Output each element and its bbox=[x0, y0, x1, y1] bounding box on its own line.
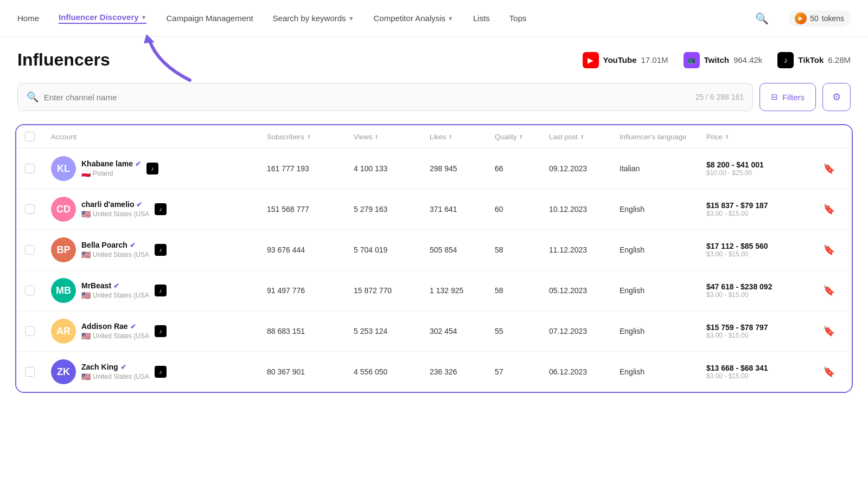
influencer-name-3: MrBeast bbox=[81, 281, 111, 290]
twitch-platform-badge[interactable]: 📺 Twitch 964.42k bbox=[684, 52, 763, 68]
views-5: 4 556 050 bbox=[354, 367, 430, 376]
tiktok-count: 6.28M bbox=[828, 55, 851, 64]
views-2: 5 704 019 bbox=[354, 246, 430, 254]
row-checkbox-0[interactable] bbox=[25, 164, 51, 173]
tokens-count: 50 bbox=[810, 14, 819, 23]
language-3: English bbox=[620, 286, 706, 295]
verified-icon-0: ✔ bbox=[135, 160, 141, 168]
select-all-checkbox[interactable] bbox=[25, 132, 51, 141]
likes-3: 1 132 925 bbox=[430, 286, 495, 295]
search-bar: 🔍 25 / 6 288 161 bbox=[17, 83, 753, 111]
search-bar-icon: 🔍 bbox=[27, 91, 39, 103]
flag-0: 🇵🇱 bbox=[81, 169, 91, 178]
influencer-cell-5: ZK Zach King ✔ 🇺🇸 United States (USA ♪ bbox=[51, 359, 267, 384]
flag-4: 🇺🇸 bbox=[81, 332, 91, 340]
verified-icon-1: ✔ bbox=[136, 201, 142, 209]
influencers-table: Account Subscribers ⬆ Views ⬆ Likes ⬆ Qu… bbox=[15, 124, 853, 393]
column-settings-button[interactable]: ⚙ bbox=[822, 83, 851, 111]
avatar-2: BP bbox=[51, 237, 76, 262]
col-language: Influencer's language bbox=[620, 133, 706, 141]
bookmark-0[interactable]: 🔖 bbox=[815, 163, 843, 175]
tiktok-platform-badge[interactable]: ♪ TikTok 6.28M bbox=[777, 52, 851, 68]
tokens-icon: ▶ bbox=[795, 12, 807, 24]
country-1: United States (USA bbox=[93, 210, 149, 218]
bookmark-4[interactable]: 🔖 bbox=[815, 325, 843, 337]
twitch-icon: 📺 bbox=[684, 52, 700, 68]
twitch-label: Twitch bbox=[704, 55, 729, 64]
nav-competitor-analysis[interactable]: Competitor Analysis ▼ bbox=[374, 14, 454, 23]
flag-2: 🇺🇸 bbox=[81, 250, 91, 259]
table-body: KL Khabane lame ✔ 🇵🇱 Poland ♪ 161 777 19… bbox=[16, 148, 852, 392]
competitor-analysis-dropdown-arrow: ▼ bbox=[448, 15, 454, 22]
row-checkbox-5[interactable] bbox=[25, 367, 51, 377]
youtube-icon: ▶ bbox=[583, 52, 599, 68]
platform-icon-0: ♪ bbox=[146, 163, 158, 175]
language-5: English bbox=[620, 367, 706, 376]
avatar-4: AR bbox=[51, 319, 76, 344]
influencer-name-0: Khabane lame bbox=[81, 159, 133, 168]
row-checkbox-3[interactable] bbox=[25, 286, 51, 295]
views-sort-icon: ⬆ bbox=[374, 134, 379, 140]
nav-search-by-keywords[interactable]: Search by keywords ▼ bbox=[273, 14, 354, 23]
nav-campaign-management[interactable]: Campaign Management bbox=[166, 14, 253, 23]
platform-icon-4: ♪ bbox=[155, 325, 167, 337]
likes-sort-icon: ⬆ bbox=[448, 134, 452, 140]
col-likes[interactable]: Likes ⬆ bbox=[430, 133, 495, 141]
search-by-keywords-dropdown-arrow: ▼ bbox=[348, 15, 354, 22]
bookmark-2[interactable]: 🔖 bbox=[815, 244, 843, 256]
price-3: $47 618 - $238 092 $3.00 - $15.00 bbox=[706, 282, 815, 299]
youtube-count: 17.01M bbox=[641, 55, 668, 64]
last-post-sort-icon: ⬆ bbox=[580, 134, 584, 140]
flag-1: 🇺🇸 bbox=[81, 210, 91, 218]
global-search-icon[interactable]: 🔍 bbox=[755, 12, 769, 25]
col-price[interactable]: Price ⬆ bbox=[706, 133, 815, 141]
col-account: Account bbox=[51, 133, 267, 141]
bookmark-3[interactable]: 🔖 bbox=[815, 285, 843, 296]
quality-5: 57 bbox=[495, 367, 549, 376]
nav-home[interactable]: Home bbox=[17, 14, 39, 23]
influencer-cell-3: MB MrBeast ✔ 🇺🇸 United States (USA ♪ bbox=[51, 278, 267, 303]
row-checkbox-2[interactable] bbox=[25, 245, 51, 255]
likes-1: 371 641 bbox=[430, 205, 495, 214]
filters-label: Filters bbox=[782, 93, 805, 102]
col-subscribers[interactable]: Subscribers ⬆ bbox=[267, 133, 354, 141]
tokens-badge: ▶ 50 tokens bbox=[788, 10, 851, 27]
price-0: $8 200 - $41 001 $10.00 - $25.00 bbox=[706, 160, 815, 177]
nav-lists[interactable]: Lists bbox=[473, 14, 490, 23]
quality-3: 58 bbox=[495, 286, 549, 295]
nav-influencer-discovery[interactable]: Influencer Discovery ▼ bbox=[59, 12, 146, 24]
col-quality[interactable]: Quality ⬆ bbox=[495, 133, 549, 141]
country-3: United States (USA bbox=[93, 292, 149, 299]
col-views[interactable]: Views ⬆ bbox=[354, 133, 430, 141]
bookmark-1[interactable]: 🔖 bbox=[815, 203, 843, 215]
youtube-platform-badge[interactable]: ▶ YouTube 17.01M bbox=[583, 52, 668, 68]
filters-button[interactable]: ⊟ Filters bbox=[760, 83, 816, 111]
influencer-cell-2: BP Bella Poarch ✔ 🇺🇸 United States (USA … bbox=[51, 237, 267, 262]
bookmark-5[interactable]: 🔖 bbox=[815, 366, 843, 378]
country-0: Poland bbox=[93, 170, 113, 177]
last-post-5: 06.12.2023 bbox=[549, 367, 620, 376]
language-1: English bbox=[620, 205, 706, 214]
platform-icon-5: ♪ bbox=[155, 366, 167, 378]
flag-5: 🇺🇸 bbox=[81, 372, 91, 381]
twitch-count: 964.42k bbox=[733, 55, 762, 64]
influencer-name-2: Bella Poarch bbox=[81, 241, 127, 249]
influencer-name-1: charli d'amelio bbox=[81, 200, 134, 209]
table-header: Account Subscribers ⬆ Views ⬆ Likes ⬆ Qu… bbox=[16, 125, 852, 148]
avatar-1: CD bbox=[51, 197, 76, 222]
quality-2: 58 bbox=[495, 246, 549, 254]
col-last-post[interactable]: Last post ⬆ bbox=[549, 133, 620, 141]
influencer-cell-4: AR Addison Rae ✔ 🇺🇸 United States (USA ♪ bbox=[51, 319, 267, 344]
youtube-label: YouTube bbox=[603, 55, 637, 64]
search-input[interactable] bbox=[44, 93, 690, 102]
likes-2: 505 854 bbox=[430, 246, 495, 254]
country-5: United States (USA bbox=[93, 373, 149, 380]
nav-tops[interactable]: Tops bbox=[509, 14, 527, 23]
price-5: $13 668 - $68 341 $3.00 - $15.00 bbox=[706, 364, 815, 380]
views-3: 15 872 770 bbox=[354, 286, 430, 295]
row-checkbox-1[interactable] bbox=[25, 204, 51, 214]
row-checkbox-4[interactable] bbox=[25, 326, 51, 336]
price-4: $15 759 - $78 797 $3.00 - $15.00 bbox=[706, 323, 815, 339]
language-0: Italian bbox=[620, 164, 706, 173]
platform-icon-2: ♪ bbox=[155, 244, 167, 256]
